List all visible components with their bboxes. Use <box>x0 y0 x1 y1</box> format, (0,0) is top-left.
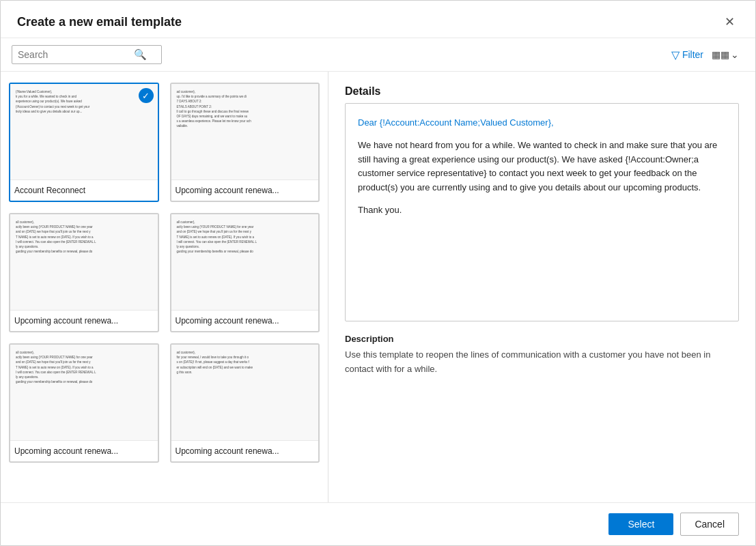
template-preview: all customer},actly been using {YOUR PRO… <box>10 214 158 310</box>
grid-view-icon: ▦▦ <box>712 49 729 60</box>
preview-line: for your renewal, I would love to take y… <box>177 355 313 360</box>
preview-line: I will connect. You can also open the {E… <box>177 240 313 244</box>
preview-line: T NAME} is set to auto renew on {DATE}. … <box>16 365 152 370</box>
dialog-toolbar: 🔍 ▽ Filter ▦▦ ⌄ <box>1 38 755 72</box>
filter-button[interactable]: ▽ Filter <box>671 48 703 61</box>
description-text: Use this template to reopen the lines of… <box>345 348 739 377</box>
preview-line: tivity ideas and to give you details abo… <box>16 109 152 114</box>
details-title: Details <box>345 85 739 98</box>
template-label: Upcoming account renewa... <box>171 440 319 461</box>
template-card[interactable]: all customer},actly been using {YOUR PRO… <box>9 343 159 463</box>
template-label: Account Reconnect <box>10 179 158 201</box>
search-icon: 🔍 <box>134 48 147 61</box>
template-card[interactable]: {!Name:Valued Customer},k you for a whil… <box>9 83 159 202</box>
view-toggle-button[interactable]: ▦▦ ⌄ <box>712 49 739 60</box>
email-para2: Thank you. <box>358 203 726 218</box>
preview-line: ly any questions. <box>16 244 152 249</box>
template-card[interactable]: ad customer},up. I'd like to provide a s… <box>170 83 320 202</box>
email-preview-box: Dear {!Account:Account Name;Valued Custo… <box>345 103 739 321</box>
search-box: 🔍 <box>12 45 162 64</box>
email-greeting: Dear {!Account:Account Name;Valued Custo… <box>358 117 554 128</box>
preview-line: actly been using {YOUR PRODUCT NAME} for… <box>177 225 313 229</box>
close-button[interactable]: ✕ <box>720 13 739 31</box>
template-list: {!Name:Valued Customer},k you for a whil… <box>1 72 328 502</box>
selected-checkmark: ✓ <box>139 88 154 103</box>
preview-line: I will connect. You can also open the {E… <box>16 240 152 244</box>
preview-line: experience using our product(s). We have… <box>16 99 152 104</box>
select-button[interactable]: Select <box>608 513 673 535</box>
template-preview: all customer},actly been using {YOUR PRO… <box>171 214 319 310</box>
preview-line: ly any questions. <box>177 244 313 249</box>
template-preview: ad customer},up. I'd like to provide a s… <box>171 84 319 179</box>
preview-line: k you for a while. We wanted to check in… <box>16 94 152 99</box>
preview-line: {!Name:Valued Customer}, <box>16 89 152 94</box>
template-preview: {!Name:Valued Customer},k you for a whil… <box>10 84 158 179</box>
preview-line: ETAILS ABOUT POINT 2: <box>177 104 313 109</box>
template-grid: {!Name:Valued Customer},k you for a whil… <box>9 83 320 463</box>
preview-line: ly any questions. <box>16 375 152 379</box>
preview-line: all customer}, <box>16 220 152 225</box>
preview-line: OF DAYS} days remaining, and we want to … <box>177 114 313 119</box>
preview-line: actly been using {YOUR PRODUCT NAME} for… <box>16 225 152 229</box>
template-card[interactable]: all customer},actly been using {YOUR PRO… <box>9 213 159 332</box>
template-card[interactable]: all customer},actly been using {YOUR PRO… <box>170 213 320 332</box>
email-para1: We have not heard from you for a while. … <box>358 139 726 195</box>
details-panel: Details Dear {!Account:Account Name;Valu… <box>328 72 755 502</box>
dialog-footer: Select Cancel <box>1 502 755 545</box>
search-input[interactable] <box>18 49 134 60</box>
preview-line: 7 DAYS ABOUT 2: <box>177 99 313 104</box>
preview-line: garding your membership benefits or rene… <box>16 379 152 384</box>
cancel-button[interactable]: Cancel <box>680 513 739 536</box>
preview-line: I will connect. You can also open the {E… <box>16 370 152 375</box>
preview-line: garding your membership benefits or rene… <box>177 249 313 254</box>
description-label: Description <box>345 334 739 344</box>
toolbar-right: ▽ Filter ▦▦ ⌄ <box>671 48 739 61</box>
preview-line: up. I'd like to provide a summary of the… <box>177 94 313 99</box>
preview-line: er subscription will end on {DATE} and w… <box>177 365 313 370</box>
preview-line: T NAME} is set to auto renew on {DATE}. … <box>177 235 313 240</box>
template-label: Upcoming account renewa... <box>171 310 319 331</box>
preview-line: all customer}, <box>16 350 152 355</box>
preview-line: vailable. <box>177 124 313 128</box>
template-label: Upcoming account renewa... <box>171 179 319 201</box>
create-template-dialog: Create a new email template ✕ 🔍 ▽ Filter… <box>0 0 756 546</box>
chevron-down-icon: ⌄ <box>731 49 739 60</box>
template-label: Upcoming account renewa... <box>10 310 158 331</box>
preview-line: T NAME} is set to auto renew on {DATE}. … <box>16 235 152 240</box>
preview-line: s on {DATE}! If not, please suggest a da… <box>177 360 313 364</box>
preview-line: and on {DATE} we hope that you'll join u… <box>16 360 152 364</box>
preview-line: ad customer}, <box>177 89 313 94</box>
preview-line: garding your membership benefits or rene… <box>16 249 152 254</box>
preview-line: ad customer}, <box>177 350 313 355</box>
filter-label: Filter <box>682 49 703 60</box>
dialog-body: {!Name:Valued Customer},k you for a whil… <box>1 72 755 502</box>
template-preview: ad customer},for your renewal, I would l… <box>171 345 319 440</box>
template-label: Upcoming account renewa... <box>10 440 158 461</box>
preview-line: ll call to go through these and discuss … <box>177 109 313 114</box>
preview-line: g this soon. <box>177 370 313 375</box>
dialog-title: Create a new email template <box>17 15 182 29</box>
preview-line: {!Account:Owner} to contact you next wee… <box>16 104 152 109</box>
dialog-header: Create a new email template ✕ <box>1 1 755 38</box>
preview-line: all customer}, <box>177 220 313 225</box>
filter-icon: ▽ <box>671 48 680 61</box>
preview-line: and on {DATE} we hope that you'll join u… <box>16 229 152 234</box>
preview-line: actly been using {YOUR PRODUCT NAME} for… <box>16 355 152 360</box>
template-card[interactable]: ad customer},for your renewal, I would l… <box>170 343 320 463</box>
template-preview: all customer},actly been using {YOUR PRO… <box>10 345 158 440</box>
preview-line: and on {DATE} we hope that you'll join u… <box>177 229 313 234</box>
preview-line: s a seamless experience. Please let me k… <box>177 119 313 124</box>
